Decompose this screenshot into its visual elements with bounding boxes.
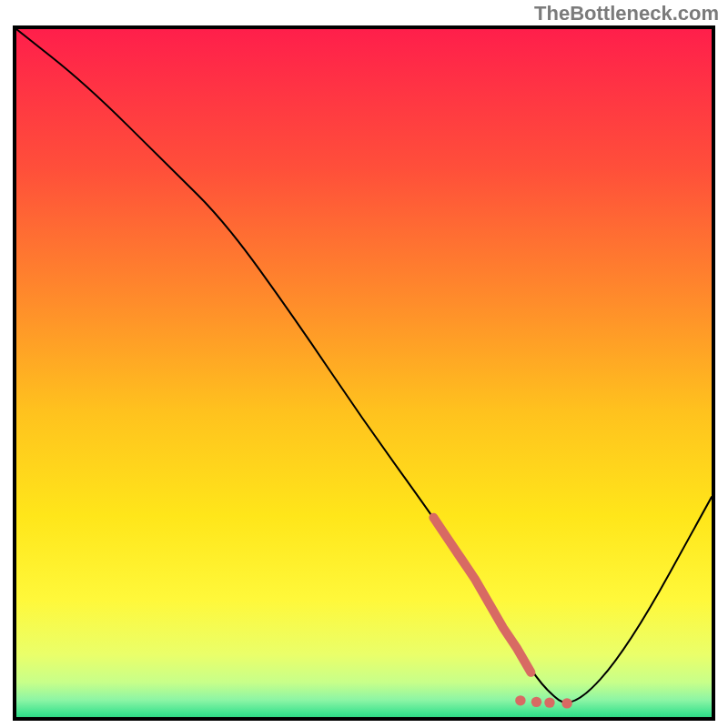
chart-container: TheBottleneck.com [0, 0, 728, 728]
bottleneck-curve [16, 29, 712, 703]
svg-point-2 [531, 697, 541, 707]
attribution-label: TheBottleneck.com [534, 2, 719, 25]
plot-svg [16, 29, 712, 717]
svg-point-3 [544, 697, 554, 707]
plot-area [13, 25, 715, 721]
highlight-dots [433, 518, 571, 709]
svg-point-4 [561, 698, 571, 708]
svg-point-1 [515, 695, 525, 705]
